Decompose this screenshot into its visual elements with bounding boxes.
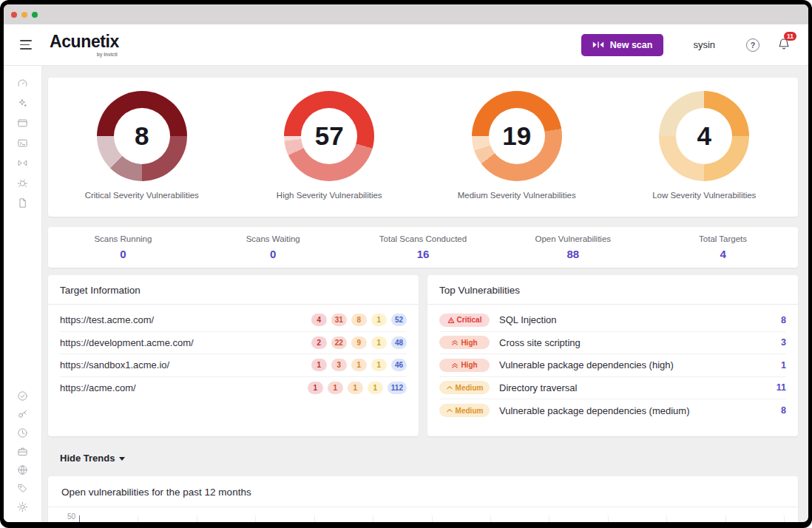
vulnerability-name: Vulnerable package dependencies (high) bbox=[499, 359, 781, 370]
menu-hamburger-icon[interactable] bbox=[18, 37, 33, 52]
target-url[interactable]: https://test.acme.com/ bbox=[60, 314, 311, 325]
severity-badge-high: High bbox=[439, 359, 490, 372]
high-count-badge[interactable]: 3 bbox=[331, 359, 347, 371]
critical-count-badge[interactable]: 1 bbox=[308, 382, 323, 394]
vulnerability-name: SQL Injection bbox=[499, 314, 781, 325]
notifications-button[interactable]: 11 bbox=[777, 37, 791, 53]
key-icon bbox=[17, 409, 28, 420]
stat-scans-waiting: Scans Waiting 0 bbox=[198, 227, 348, 268]
low-count: 4 bbox=[697, 121, 711, 151]
target-severity-badges: 2 22 9 1 48 bbox=[311, 336, 407, 349]
alert-triangle-icon bbox=[447, 317, 455, 324]
target-url[interactable]: https://development.acme.com/ bbox=[60, 337, 311, 348]
target-information-title: Target Information bbox=[48, 275, 419, 305]
vulnerability-name: Cross site scripting bbox=[499, 337, 781, 348]
low-count-badge[interactable]: 1 bbox=[371, 359, 387, 371]
globe-icon bbox=[17, 464, 28, 475]
tag-icon bbox=[17, 483, 28, 494]
user-menu[interactable]: sysin bbox=[693, 39, 715, 50]
stat-value-link[interactable]: 88 bbox=[566, 248, 579, 260]
high-count-badge[interactable]: 1 bbox=[328, 382, 343, 394]
hide-trends-toggle[interactable]: Hide Trends bbox=[60, 453, 798, 464]
minimize-window-button[interactable] bbox=[21, 12, 27, 18]
critical-count-badge[interactable]: 1 bbox=[311, 359, 327, 371]
sidebar-item-scan-profiles[interactable] bbox=[13, 158, 33, 169]
info-count-badge[interactable]: 52 bbox=[391, 314, 407, 326]
target-row[interactable]: https://acme.com/ 1 1 1 1 112 bbox=[60, 377, 407, 400]
stat-value-link[interactable]: 0 bbox=[270, 248, 276, 260]
target-url[interactable]: https://sandbox1.acme.io/ bbox=[60, 359, 311, 370]
vulnerability-row[interactable]: Critical SQL Injection 8 bbox=[439, 309, 786, 332]
low-count-badge[interactable]: 1 bbox=[371, 336, 387, 349]
sidebar-item-reports[interactable] bbox=[13, 197, 33, 209]
new-scan-button[interactable]: New scan bbox=[581, 34, 664, 56]
scan-icon bbox=[592, 41, 604, 49]
check-circle-icon bbox=[17, 390, 28, 402]
medium-donut-chart[interactable]: 19 bbox=[472, 91, 562, 181]
vulnerability-count-link[interactable]: 11 bbox=[777, 382, 786, 393]
sidebar-item-credentials[interactable] bbox=[13, 409, 33, 420]
sidebar-item-settings[interactable] bbox=[13, 501, 33, 512]
target-information-panel: Target Information https://test.acme.com… bbox=[48, 275, 419, 436]
stat-value-link[interactable]: 0 bbox=[120, 248, 126, 260]
sidebar-item-dashboard[interactable] bbox=[13, 78, 33, 89]
vulnerability-count-link[interactable]: 3 bbox=[781, 337, 786, 348]
info-count-badge[interactable]: 112 bbox=[388, 382, 407, 394]
sidebar-item-scans[interactable] bbox=[13, 138, 33, 149]
sidebar-item-targets[interactable] bbox=[13, 118, 33, 129]
target-row[interactable]: https://test.acme.com/ 4 31 8 1 52 bbox=[60, 309, 407, 332]
sidebar-item-vulnerabilities[interactable] bbox=[13, 177, 33, 189]
medium-count-badge[interactable]: 9 bbox=[351, 336, 367, 349]
vulnerability-row[interactable]: High Cross site scripting 3 bbox=[439, 332, 786, 355]
browser-window-icon bbox=[17, 118, 28, 129]
sidebar-item-discovery[interactable] bbox=[13, 98, 33, 109]
vulnerability-count-link[interactable]: 1 bbox=[781, 360, 786, 370]
info-count-badge[interactable]: 46 bbox=[391, 359, 407, 371]
critical-count-badge[interactable]: 4 bbox=[311, 314, 327, 326]
gear-icon bbox=[17, 501, 28, 512]
stat-value-link[interactable]: 4 bbox=[720, 248, 725, 260]
sidebar-item-archive[interactable] bbox=[13, 446, 33, 457]
high-count-badge[interactable]: 22 bbox=[331, 336, 347, 349]
acunetix-logo: Acunetix by Invicti bbox=[50, 33, 119, 57]
critical-count-badge[interactable]: 2 bbox=[311, 336, 327, 349]
medium-count-badge[interactable]: 1 bbox=[351, 359, 367, 371]
vulnerability-row[interactable]: High Vulnerable package dependencies (hi… bbox=[439, 354, 786, 377]
help-icon[interactable]: ? bbox=[746, 38, 759, 52]
clock-icon bbox=[17, 427, 28, 439]
sidebar-item-tags[interactable] bbox=[13, 483, 33, 494]
stat-total-scans: Total Scans Conducted 16 bbox=[348, 227, 498, 268]
target-severity-badges: 1 3 1 1 46 bbox=[311, 359, 407, 371]
target-row[interactable]: https://development.acme.com/ 2 22 9 1 4… bbox=[60, 332, 407, 355]
stat-value-link[interactable]: 16 bbox=[417, 248, 430, 260]
close-window-button[interactable] bbox=[11, 12, 17, 18]
vulnerability-count-link[interactable]: 8 bbox=[781, 315, 786, 325]
low-count-badge[interactable]: 1 bbox=[371, 314, 387, 326]
chevrons-up-icon bbox=[451, 362, 459, 369]
info-count-badge[interactable]: 48 bbox=[391, 336, 407, 349]
low-donut-label: Low Severity Vulnerabilities bbox=[652, 191, 756, 200]
sidebar-item-schedule[interactable] bbox=[13, 427, 33, 439]
trend-chart-card: Open vulnerabilities for the past 12 mon… bbox=[48, 476, 798, 522]
sidebar-item-network[interactable] bbox=[13, 464, 33, 475]
medium-count-badge[interactable]: 1 bbox=[348, 382, 363, 394]
hide-trends-label: Hide Trends bbox=[60, 453, 115, 464]
high-count-badge[interactable]: 31 bbox=[331, 314, 347, 326]
target-url[interactable]: https://acme.com/ bbox=[60, 382, 308, 393]
high-donut-chart[interactable]: 57 bbox=[284, 91, 374, 181]
chevron-up-icon bbox=[446, 384, 453, 391]
target-row[interactable]: https://sandbox1.acme.io/ 1 3 1 1 46 bbox=[60, 354, 407, 377]
severity-badge-critical: Critical bbox=[439, 314, 490, 327]
sidebar-item-compliance[interactable] bbox=[13, 390, 33, 402]
critical-donut-chart[interactable]: 8 bbox=[97, 91, 187, 181]
low-count-badge[interactable]: 1 bbox=[368, 382, 383, 394]
low-donut-chart[interactable]: 4 bbox=[659, 91, 749, 181]
vulnerability-count-link[interactable]: 8 bbox=[781, 405, 786, 416]
severity-badge-medium: Medium bbox=[439, 404, 490, 417]
zoom-window-button[interactable] bbox=[32, 12, 38, 18]
medium-count: 19 bbox=[502, 121, 531, 151]
sidebar-nav bbox=[4, 66, 42, 522]
medium-count-badge[interactable]: 8 bbox=[351, 314, 367, 326]
vulnerability-row[interactable]: Medium Directory traversal 11 bbox=[439, 377, 786, 400]
vulnerability-row[interactable]: Medium Vulnerable package dependencies (… bbox=[439, 399, 786, 422]
